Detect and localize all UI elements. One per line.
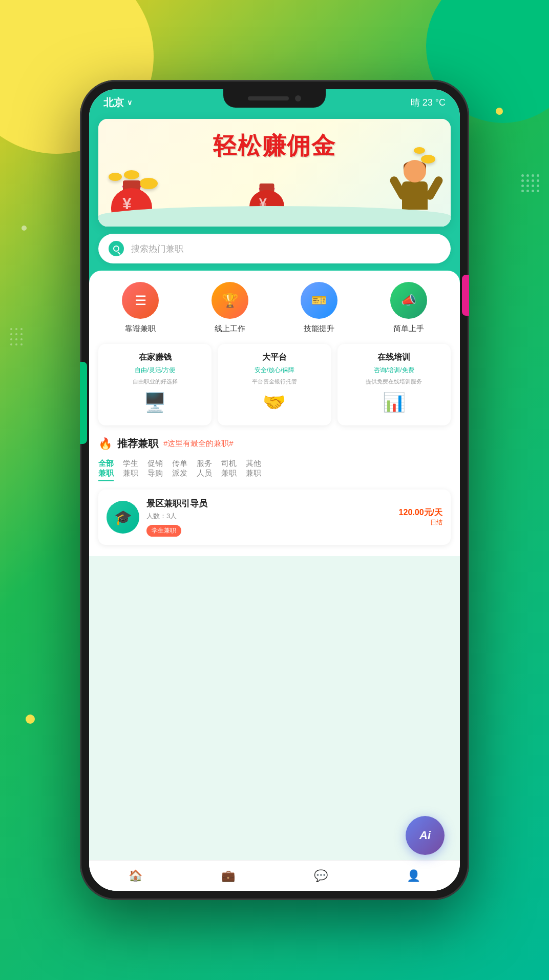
wfh-icon: 🖥️ [140, 392, 171, 417]
easy-label: 简单上手 [393, 324, 424, 334]
job-avatar-icon: 🎓 [114, 509, 132, 526]
phone-frame: 北京 ∨ 晴 23 °C 轻松赚佣金 [80, 80, 469, 900]
nav-home-icon[interactable]: 🏠 [129, 869, 142, 883]
category-item-easy[interactable]: 📣 简单上手 [367, 282, 451, 334]
easy-icon-symbol: 📣 [401, 293, 416, 308]
job-avatar: 🎓 [107, 501, 139, 534]
skill-icon-symbol: 🎫 [311, 293, 327, 308]
coin-3 [109, 173, 122, 181]
feature-card-platform[interactable]: 大平台 安全/放心/保障 平台资金银行托管 🤝 [218, 344, 331, 425]
search-bar[interactable]: 搜索热门兼职 [98, 234, 451, 263]
easy-icon: 📣 [390, 282, 427, 319]
bottom-nav: 🏠 💼 💬 👤 [89, 860, 460, 891]
reliable-icon-symbol: ☰ [135, 293, 146, 309]
category-grid: ☰ 靠谱兼职 🏆 线上工作 🎫 [98, 282, 451, 334]
nav-profile-icon[interactable]: 👤 [407, 869, 420, 883]
tab-flyer[interactable]: 传单 派发 [172, 459, 187, 481]
training-icon: 📊 [378, 392, 409, 417]
temperature: 23 °C [423, 97, 446, 108]
recommend-title: 推荐兼职 [117, 437, 158, 451]
job-info: 景区兼职引导员 人数：3人 学生兼职 [146, 498, 392, 537]
feature-card-wfh[interactable]: 在家赚钱 自由/灵活/方便 自由职业的好选择 🖥️ [98, 344, 212, 425]
recommend-hashtag: #这里有最全的兼职# [163, 439, 234, 448]
scroll-area: 轻松赚佣金 ¥ [89, 112, 460, 891]
skill-icon: 🎫 [301, 282, 337, 319]
job-card[interactable]: 🎓 景区兼职引导员 人数：3人 学生兼职 120.00元/天 日结 [98, 489, 451, 545]
category-item-reliable[interactable]: ☰ 靠谱兼职 [98, 282, 183, 334]
search-icon [113, 246, 119, 252]
search-icon-circle [109, 241, 124, 256]
person-torso [402, 181, 428, 210]
promo-banner[interactable]: 轻松赚佣金 ¥ [98, 119, 451, 227]
ground-wave [98, 206, 451, 227]
fire-icon: 🔥 [98, 437, 112, 451]
reliable-icon: ☰ [122, 282, 159, 319]
city-name: 北京 [103, 96, 124, 110]
online-icon-symbol: 🏆 [222, 293, 238, 309]
weather-label: 晴 [411, 97, 420, 108]
tab-all[interactable]: 全部 兼职 [98, 459, 114, 481]
tab-other[interactable]: 其他 兼职 [246, 459, 261, 481]
notch [223, 89, 326, 108]
speaker [248, 96, 289, 100]
job-tag: 学生兼职 [146, 525, 181, 537]
platform-desc: 平台资金银行托管 [252, 378, 297, 385]
training-title: 在线培训 [377, 352, 410, 363]
tab-driver[interactable]: 司机 兼职 [221, 459, 237, 481]
weather-display: 晴 23 °C [411, 96, 446, 109]
person-head [404, 160, 426, 182]
job-salary: 120.00元/天 [399, 507, 442, 518]
coin-2 [139, 178, 158, 189]
feature-cards: 在家赚钱 自由/灵活/方便 自由职业的好选择 🖥️ 大平台 安全/放心/保障 平… [98, 344, 451, 425]
job-title: 景区兼职引导员 [146, 498, 392, 509]
sidebar-pink-bar [462, 275, 469, 316]
main-content: ☰ 靠谱兼职 🏆 线上工作 🎫 [89, 271, 460, 556]
search-container: 搜索热门兼职 [98, 234, 451, 263]
ai-label: Ai [419, 829, 431, 842]
platform-subtitle: 安全/放心/保障 [255, 366, 295, 375]
search-placeholder: 搜索热门兼职 [131, 243, 183, 255]
job-salary-note: 日结 [399, 518, 442, 527]
wfh-title: 在家赚钱 [139, 352, 172, 363]
sidebar-green-bar [80, 362, 87, 444]
skill-label: 技能提升 [304, 324, 334, 334]
location-selector[interactable]: 北京 ∨ [103, 96, 132, 110]
nav-jobs-icon[interactable]: 💼 [221, 869, 235, 883]
category-item-online[interactable]: 🏆 线上工作 [188, 282, 272, 334]
training-desc: 提供免费在线培训服务 [366, 378, 422, 385]
nav-message-icon[interactable]: 💬 [314, 869, 328, 883]
platform-title: 大平台 [262, 352, 287, 363]
feature-card-training[interactable]: 在线培训 咨询/培训/免费 提供免费在线培训服务 📊 [337, 344, 451, 425]
category-tabs: 全部 兼职 学生 兼职 促销 导购 传单 派发 [98, 459, 451, 481]
bg-dot-yellow2 [26, 714, 35, 724]
tab-promo[interactable]: 促销 导购 [147, 459, 163, 481]
online-label: 线上工作 [215, 324, 245, 334]
coin-person-2 [414, 147, 425, 154]
category-item-skill[interactable]: 🎫 技能提升 [277, 282, 362, 334]
training-subtitle: 咨询/培训/免费 [374, 366, 414, 375]
wfh-subtitle: 自由/灵活/方便 [135, 366, 175, 375]
bg-dots-pattern-left [10, 328, 23, 346]
tab-service[interactable]: 服务 人员 [197, 459, 212, 481]
ai-button[interactable]: Ai [406, 816, 445, 855]
coin-1 [124, 170, 139, 179]
online-icon: 🏆 [212, 282, 248, 319]
recommend-header: 🔥 推荐兼职 #这里有最全的兼职# [98, 437, 451, 451]
banner-content: 轻松赚佣金 ¥ [98, 119, 451, 227]
tab-student[interactable]: 学生 兼职 [123, 459, 138, 481]
reliable-label: 靠谱兼职 [125, 324, 156, 334]
job-salary-container: 120.00元/天 日结 [399, 507, 442, 527]
bg-dot-white [22, 226, 27, 231]
camera [295, 95, 301, 101]
bg-dots-pattern-right [521, 174, 540, 193]
job-people: 人数：3人 [146, 512, 392, 521]
platform-icon: 🤝 [259, 392, 290, 417]
bg-dot-yellow [496, 108, 503, 115]
screen-content: 北京 ∨ 晴 23 °C 轻松赚佣金 [89, 89, 460, 891]
phone-screen: 北京 ∨ 晴 23 °C 轻松赚佣金 [89, 89, 460, 891]
wfh-desc: 自由职业的好选择 [133, 378, 178, 385]
chevron-down-icon: ∨ [127, 98, 132, 107]
